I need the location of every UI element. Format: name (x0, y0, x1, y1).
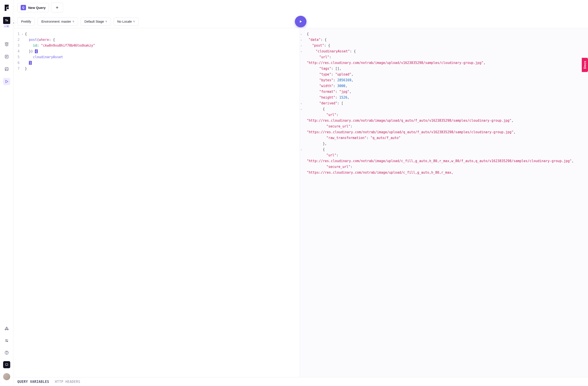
app-logo-icon[interactable] (3, 3, 10, 13)
query-tab[interactable]: Q New Query (17, 3, 49, 12)
result-line: ▾{ (301, 147, 586, 153)
environment-select[interactable]: Environment: master⇅ (38, 18, 78, 25)
nav-help-icon[interactable] (3, 349, 10, 356)
add-tab-button[interactable] (51, 3, 63, 12)
run-query-button[interactable] (295, 16, 306, 27)
result-line: "http://res.cloudinary.com/notrab/image/… (301, 60, 586, 66)
result-line: }, (301, 141, 586, 147)
result-line: "https://res.cloudinary.com/notrab/image… (301, 170, 586, 176)
nav-schema-icon[interactable] (3, 41, 10, 48)
result-line: ▾"data": { (301, 37, 586, 43)
nav-playground-icon[interactable] (3, 78, 10, 85)
result-line: ▾"cloudinaryAsset": { (301, 49, 586, 54)
result-line: "tags": [], (301, 66, 586, 72)
sort-icon: ⇅ (72, 20, 74, 23)
tab-query-variables[interactable]: QUERY VARIABLES (17, 380, 49, 384)
svg-rect-1 (5, 67, 8, 70)
locale-select[interactable]: No Locale⇅ (114, 18, 139, 25)
result-line: "secure_url": (301, 164, 586, 170)
result-line: ▾{ (301, 106, 586, 112)
result-line: ▾{ (301, 31, 586, 37)
docs-side-tab[interactable]: Docs (582, 58, 588, 72)
sort-icon: ⇅ (105, 20, 107, 23)
main-area: Q New Query Prettify Environment: master… (13, 0, 588, 386)
tab-http-headers[interactable]: HTTP HEADERS (55, 380, 80, 384)
code-line[interactable]: 6 } (14, 60, 299, 66)
nav-webhooks-icon[interactable] (3, 325, 10, 332)
result-line: "http://res.cloudinary.com/notrab/image/… (301, 158, 586, 164)
code-line[interactable]: 3 id: "ckw0n9vu0hif70b46todkakzy" (14, 43, 299, 49)
branch-icon: ⤺ (4, 25, 6, 28)
stage-select[interactable]: Default Stage⇅ (81, 18, 111, 25)
query-editor[interactable]: 1▾{2 post(where: {3 id: "ckw0n9vu0hif70b… (13, 28, 299, 377)
result-line: "url": (301, 54, 586, 60)
code-line[interactable]: 2 post(where: { (14, 37, 299, 43)
nav-settings-icon[interactable] (3, 337, 10, 344)
result-line: "bytes": 2856169, (301, 78, 586, 83)
left-sidebar: Te ⤺M » (0, 0, 13, 386)
svg-rect-9 (5, 364, 8, 365)
user-avatar[interactable] (3, 373, 10, 380)
branch-tag[interactable]: ⤺M (3, 25, 9, 28)
result-line: "url": (301, 112, 586, 118)
editor-area: 1▾{2 post(where: {3 id: "ckw0n9vu0hif70b… (13, 28, 588, 377)
result-line: "raw_transformation": "q_auto/f_auto" (301, 135, 586, 141)
result-line: "secure_url": (301, 124, 586, 129)
svg-rect-0 (5, 55, 8, 58)
code-line[interactable]: 1▾{ (14, 31, 299, 37)
result-line: "http://res.cloudinary.com/notrab/image/… (301, 118, 586, 124)
result-line: ▾"post": { (301, 43, 586, 49)
nav-content-icon[interactable] (3, 53, 10, 60)
nav-assets-icon[interactable] (3, 65, 10, 73)
result-line: "width": 3000, (301, 83, 586, 89)
code-line[interactable]: 4 }) { (14, 49, 299, 54)
tabs-bar: Q New Query (13, 0, 588, 15)
code-line[interactable]: 7 } (14, 66, 299, 72)
nav-feedback-icon[interactable] (3, 361, 10, 368)
bottom-tabs: QUERY VARIABLES HTTP HEADERS (13, 377, 588, 386)
prettify-button[interactable]: Prettify (17, 18, 35, 25)
svg-point-6 (7, 341, 7, 342)
sort-icon: ⇅ (133, 20, 135, 23)
result-line: "height": 1526, (301, 95, 586, 101)
svg-point-8 (6, 354, 7, 354)
result-line: "url": (301, 153, 586, 158)
svg-point-5 (5, 340, 6, 340)
toolbar: Prettify Environment: master⇅ Default St… (13, 15, 588, 28)
project-badge[interactable]: Te (3, 17, 10, 24)
result-line: "format": "jpg", (301, 89, 586, 95)
result-line: ▾"derived": [ (301, 101, 586, 106)
query-tab-label: New Query (28, 6, 45, 10)
result-line: "type": "upload", (301, 72, 586, 78)
query-badge-icon: Q (21, 5, 26, 10)
results-viewer[interactable]: ▾{▾"data": {▾"post": {▾"cloudinaryAsset"… (299, 28, 588, 377)
result-line: "https://res.cloudinary.com/notrab/image… (301, 129, 586, 135)
code-line[interactable]: 5 cloudinaryAsset (14, 54, 299, 60)
